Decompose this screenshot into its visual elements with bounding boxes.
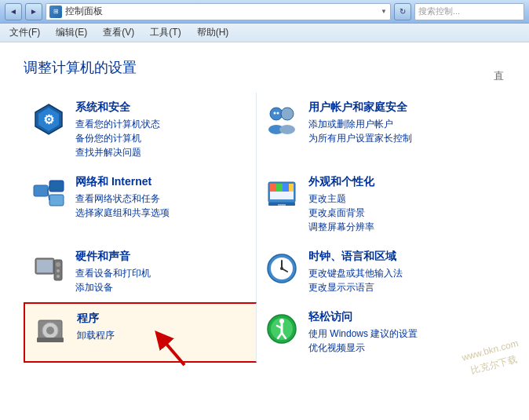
appearance-link-2[interactable]: 更改桌面背景 bbox=[308, 206, 483, 220]
user-text: 用户帐户和家庭安全 添加或删除用户帐户 为所有用户设置家长控制 bbox=[308, 100, 483, 145]
svg-rect-16 bbox=[270, 184, 276, 192]
page-title: 调整计算机的设置 bbox=[24, 58, 490, 77]
svg-point-8 bbox=[277, 112, 279, 115]
hardware-link-2[interactable]: 添加设备 bbox=[75, 280, 250, 294]
right-sidebar-label: 直 bbox=[490, 58, 505, 62]
svg-point-7 bbox=[274, 112, 276, 115]
access-icon bbox=[263, 310, 301, 348]
system-text: 系统和安全 查看您的计算机状态 备份您的计算机 查找并解决问题 bbox=[75, 100, 250, 159]
clock-text: 时钟、语言和区域 更改键盘或其他输入法 更改显示示语言 bbox=[308, 250, 483, 294]
svg-rect-24 bbox=[37, 260, 53, 272]
svg-point-27 bbox=[57, 269, 60, 272]
user-link-2[interactable]: 为所有用户设置家长控制 bbox=[308, 131, 483, 145]
system-link-2[interactable]: 备份您的计算机 bbox=[75, 131, 250, 145]
access-text: 轻松访问 使用 Windows 建议的设置 优化视频显示 bbox=[308, 310, 483, 355]
search-bar[interactable]: 搜索控制... bbox=[414, 3, 524, 20]
network-title: 网络和 Internet bbox=[75, 175, 250, 189]
user-icon bbox=[263, 100, 301, 138]
appearance-title: 外观和个性化 bbox=[308, 175, 483, 189]
title-bar: ◄ ► ⊞ 控制面板 ▼ ↻ 搜索控制... bbox=[0, 0, 529, 24]
category-appearance[interactable]: 外观和个性化 更改主题 更改桌面背景 调整屏幕分辨率 bbox=[257, 167, 490, 242]
svg-rect-20 bbox=[270, 192, 294, 199]
system-icon: ⚙ bbox=[30, 100, 67, 138]
user-link-1[interactable]: 添加或删除用户帐户 bbox=[308, 117, 483, 131]
svg-text:⚙: ⚙ bbox=[43, 113, 54, 126]
menu-edit[interactable]: 编辑(E) bbox=[53, 24, 90, 41]
clock-link-1[interactable]: 更改键盘或其他输入法 bbox=[308, 266, 483, 280]
category-network[interactable]: 网络和 Internet 查看网络状态和任务 选择家庭组和共享选项 bbox=[24, 167, 257, 242]
address-bar: ⊞ 控制面板 ▼ bbox=[46, 3, 391, 20]
category-clock[interactable]: 时钟、语言和区域 更改键盘或其他输入法 更改显示示语言 bbox=[257, 242, 490, 302]
svg-rect-19 bbox=[289, 184, 294, 192]
programs-text: 程序 卸载程序 bbox=[77, 312, 250, 342]
clock-link-2[interactable]: 更改显示示语言 bbox=[308, 280, 483, 294]
programs-link-1[interactable]: 卸载程序 bbox=[77, 328, 250, 342]
clock-icon bbox=[263, 250, 301, 287]
access-link-2[interactable]: 优化视频显示 bbox=[308, 341, 483, 355]
clock-title: 时钟、语言和区域 bbox=[308, 250, 483, 264]
menu-help[interactable]: 帮助(H) bbox=[194, 24, 232, 41]
programs-title: 程序 bbox=[77, 312, 250, 326]
svg-point-36 bbox=[46, 327, 54, 334]
network-link-1[interactable]: 查看网络状态和任务 bbox=[75, 192, 250, 206]
svg-point-33 bbox=[280, 267, 283, 270]
hardware-title: 硬件和声音 bbox=[75, 250, 250, 264]
address-icon: ⊞ bbox=[49, 5, 62, 18]
appearance-link-1[interactable]: 更改主题 bbox=[308, 192, 483, 206]
user-title: 用户帐户和家庭安全 bbox=[308, 100, 483, 115]
svg-rect-18 bbox=[283, 184, 289, 192]
category-programs[interactable]: 程序 卸载程序 bbox=[24, 302, 257, 363]
main-content: 调整计算机的设置 ⚙ 系统和安全 查看您的 bbox=[0, 42, 529, 420]
svg-rect-11 bbox=[49, 195, 64, 206]
refresh-button[interactable]: ↻ bbox=[394, 3, 411, 20]
system-link-1[interactable]: 查看您的计算机状态 bbox=[75, 117, 250, 131]
appearance-link-3[interactable]: 调整屏幕分辨率 bbox=[308, 220, 483, 234]
svg-rect-10 bbox=[49, 181, 64, 192]
categories-grid: ⚙ 系统和安全 查看您的计算机状态 备份您的计算机 查找并解决问题 bbox=[24, 93, 490, 363]
back-button[interactable]: ◄ bbox=[5, 3, 22, 20]
access-title: 轻松访问 bbox=[308, 310, 483, 324]
menu-view[interactable]: 查看(V) bbox=[100, 24, 137, 41]
programs-icon bbox=[31, 312, 69, 349]
appearance-icon bbox=[263, 175, 301, 213]
svg-rect-17 bbox=[276, 184, 283, 192]
svg-rect-9 bbox=[34, 185, 48, 196]
network-text: 网络和 Internet 查看网络状态和任务 选择家庭组和共享选项 bbox=[75, 175, 250, 220]
system-title: 系统和安全 bbox=[75, 100, 250, 115]
address-arrow-icon[interactable]: ▼ bbox=[381, 8, 387, 15]
search-placeholder: 搜索控制... bbox=[418, 5, 460, 17]
category-hardware[interactable]: 硬件和声音 查看设备和打印机 添加设备 bbox=[24, 242, 257, 302]
svg-point-6 bbox=[279, 125, 295, 134]
system-link-3[interactable]: 查找并解决问题 bbox=[75, 145, 250, 159]
access-link-1[interactable]: 使用 Windows 建议的设置 bbox=[308, 327, 483, 341]
category-system[interactable]: ⚙ 系统和安全 查看您的计算机状态 备份您的计算机 查找并解决问题 bbox=[24, 93, 257, 167]
category-access[interactable]: 轻松访问 使用 Windows 建议的设置 优化视频显示 bbox=[257, 302, 490, 363]
svg-line-13 bbox=[48, 191, 49, 200]
menu-tools[interactable]: 工具(T) bbox=[147, 24, 184, 41]
address-text: 控制面板 bbox=[65, 5, 378, 18]
network-icon bbox=[30, 175, 67, 213]
menu-bar: 文件(F) 编辑(E) 查看(V) 工具(T) 帮助(H) bbox=[0, 24, 529, 42]
svg-rect-22 bbox=[278, 204, 286, 206]
hardware-link-1[interactable]: 查看设备和打印机 bbox=[75, 266, 250, 280]
svg-point-4 bbox=[281, 108, 294, 120]
hardware-text: 硬件和声音 查看设备和打印机 添加设备 bbox=[75, 250, 250, 294]
svg-point-26 bbox=[56, 262, 60, 267]
hardware-icon bbox=[30, 250, 67, 287]
appearance-text: 外观和个性化 更改主题 更改桌面背景 调整屏幕分辨率 bbox=[308, 175, 483, 234]
svg-point-28 bbox=[57, 275, 60, 278]
svg-rect-37 bbox=[37, 338, 64, 342]
network-link-2[interactable]: 选择家庭组和共享选项 bbox=[75, 206, 250, 220]
category-user[interactable]: 用户帐户和家庭安全 添加或删除用户帐户 为所有用户设置家长控制 bbox=[257, 93, 490, 167]
forward-button[interactable]: ► bbox=[25, 3, 42, 20]
menu-file[interactable]: 文件(F) bbox=[6, 24, 43, 41]
